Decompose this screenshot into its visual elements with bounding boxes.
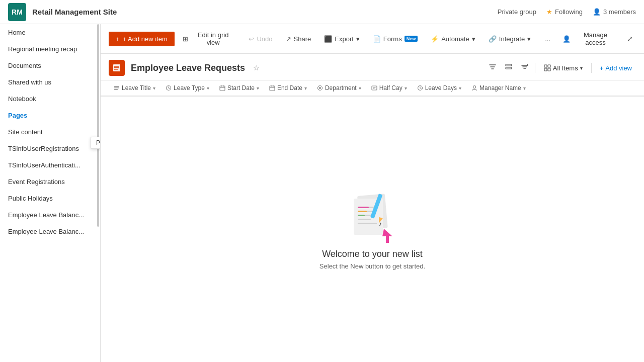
col-leave-title[interactable]: Leave Title ▾ [109,80,160,96]
svg-rect-29 [358,219,371,220]
col-leave-type-label: Leave Type [174,84,205,92]
svg-rect-2 [114,67,119,68]
col-half-day-icon [371,85,377,91]
share-button[interactable]: ↗ Share [281,32,316,46]
svg-rect-7 [548,65,550,67]
empty-title: Welcome to your new list [322,249,423,259]
plus-icon: + [116,35,120,43]
svg-rect-6 [544,65,547,67]
forms-icon: 📄 [373,35,381,43]
group-icon [505,63,513,71]
view-divider [535,63,535,73]
undo-button[interactable]: ↩ Undo [244,32,277,46]
col-manager-name-label: Manager Name [479,84,521,92]
col-manager-name-chevron: ▾ [523,85,526,91]
private-group-label: Private group [498,8,536,16]
col-leave-days-icon [417,85,423,91]
group-button[interactable] [503,61,515,75]
sidebar-item-regional-meeting[interactable]: Regional meeting recap [0,41,100,57]
col-leave-title-chevron: ▾ [153,85,155,91]
forms-badge: New [405,36,418,42]
manage-access-label: Manage access [573,31,618,46]
edit-grid-label: Edit in grid view [191,31,236,46]
sidebar-item-event-reg[interactable]: Event Registrations [0,173,100,190]
main-wrapper: Home Regional meeting recap Documents Sh… [0,24,644,362]
svg-rect-15 [270,86,275,90]
svg-rect-5 [506,67,512,69]
col-leave-type[interactable]: Leave Type ▾ [160,80,214,96]
plus-icon: + [600,64,604,72]
col-start-date-icon [219,85,225,91]
sidebar-item-tsinfouser-reg[interactable]: TSinfoUserRegistrations [0,140,100,157]
col-end-date-icon [269,85,275,91]
svg-rect-1 [114,66,119,67]
sidebar-item-pages[interactable]: Pages [0,107,100,124]
automate-icon: ⚡ [431,35,439,43]
col-leave-type-icon [166,85,172,91]
view-selector[interactable]: All Items ▾ [539,62,587,74]
export-label: Export [335,35,354,43]
manage-access-button[interactable]: 👤 Manage access [558,28,622,49]
col-department-label: Department [325,84,357,92]
sidebar-item-site-content[interactable]: Site content [0,124,100,140]
col-department-icon [317,85,323,91]
view-chevron: ▾ [580,65,583,71]
top-bar: RM Retail Management Site Private group … [0,0,644,24]
more-button[interactable]: ... [540,32,555,46]
col-start-date[interactable]: Start Date ▾ [214,80,264,96]
manage-access-icon: 👤 [562,35,571,43]
sort-button[interactable] [519,61,531,75]
svg-rect-11 [114,87,119,88]
svg-rect-8 [544,68,547,71]
favorite-star-icon[interactable]: ☆ [253,64,260,72]
forms-button[interactable]: 📄 Forms New [368,32,423,46]
sidebar-item-tsinfouser-auth[interactable]: TSinfoUserAuthenticati... [0,157,100,173]
svg-rect-34 [358,207,369,208]
add-new-item-button[interactable]: + + Add new item [109,32,175,46]
sidebar-item-notebook[interactable]: Notebook [0,90,100,107]
sidebar-item-home[interactable]: Home [0,24,100,41]
export-button[interactable]: ⬛ Export ▾ [319,32,365,46]
share-label: Share [294,35,311,43]
sidebar: Home Regional meeting recap Documents Sh… [0,24,101,362]
integrate-chevron: ▾ [527,35,531,43]
sidebar-item-leave-balance2[interactable]: Employee Leave Balanc... [0,223,100,240]
expand-icon: ⤢ [627,35,633,43]
edit-grid-button[interactable]: ⊞ Edit in grid view [178,28,241,49]
svg-rect-35 [358,211,367,212]
col-manager-name[interactable]: Manager Name ▾ [466,80,531,96]
filter-icon [489,63,497,71]
add-view-button[interactable]: + Add view [596,62,636,74]
site-title: Retail Management Site [32,8,498,16]
sidebar-item-shared[interactable]: Shared with us [0,74,100,90]
integrate-button[interactable]: 🔗 Integrate ▾ [484,32,536,46]
members-label: 3 members [603,8,636,16]
list-title: Employee Leave Requests [131,63,245,73]
col-department[interactable]: Department ▾ [312,80,366,96]
scroll-indicator [97,24,99,227]
col-half-day-chevron: ▾ [405,85,407,91]
main-content: + + Add new item ⊞ Edit in grid view ↩ U… [101,24,644,362]
col-end-date[interactable]: End Date ▾ [264,80,312,96]
svg-rect-12 [114,89,118,90]
sidebar-item-public-holidays[interactable]: Public Holidays [0,190,100,207]
sidebar-item-leave-balance1[interactable]: Employee Leave Balanc... [0,207,100,223]
col-half-day[interactable]: Half Cay ▾ [366,80,412,96]
svg-rect-10 [114,86,119,87]
toolbar-right: 👤 Manage access ⤢ [558,28,636,49]
members-button[interactable]: 👤 3 members [593,8,636,16]
filter-button[interactable] [487,61,499,75]
sidebar-item-documents[interactable]: Documents [0,57,100,74]
col-leave-title-label: Leave Title [122,84,151,92]
following-button[interactable]: ★ Following [546,8,583,16]
expand-button[interactable]: ⤢ [624,32,636,46]
col-half-day-label: Half Cay [379,84,403,92]
svg-rect-3 [114,69,118,70]
forms-label: Forms [383,35,402,43]
col-leave-days[interactable]: Leave Days ▾ [412,80,466,96]
automate-button[interactable]: ⚡ Automate ▾ [426,32,480,46]
col-end-date-chevron: ▾ [304,85,307,91]
add-view-label: Add view [605,64,632,72]
following-label: Following [555,8,583,16]
svg-point-17 [319,87,321,89]
